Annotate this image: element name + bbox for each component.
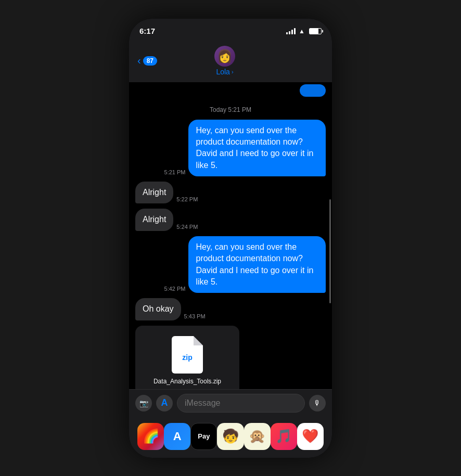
message-time: 5:43 PM (184, 313, 206, 319)
applepay-label: Pay (198, 432, 210, 440)
message-row: 5:42 PM Hey, can you send over the produ… (135, 236, 326, 293)
status-bar: 6:17 ▲ (129, 19, 332, 42)
file-attachment-row: zip Data_Analysis_Tools.zip 6:08 PM (135, 326, 326, 389)
message-time: 6:08 PM (242, 388, 264, 389)
health-emoji: ❤️ (302, 428, 318, 444)
message-row: Alright 5:22 PM (135, 182, 326, 203)
avatar: 👩 (214, 46, 235, 67)
message-row: Alright 5:24 PM (135, 209, 326, 230)
contact-info[interactable]: 👩 Lola › (157, 46, 292, 76)
chat-area[interactable]: Today 5:21 PM 5:21 PM Hey, can you send … (129, 97, 332, 389)
contact-chevron-icon: › (232, 69, 234, 75)
app-dock: 🌈 A Pay 🧒 🙊 🎵 ❤️ (129, 417, 332, 458)
dock-appstore-icon[interactable]: A (164, 423, 190, 450)
file-icon: zip (172, 336, 203, 374)
message-time: 5:21 PM (164, 169, 186, 175)
camera-button[interactable]: 📷 (135, 395, 152, 411)
bubble-sent[interactable]: Hey, can you send over the product docum… (188, 120, 326, 177)
input-bar: 📷 A 🎙 (129, 389, 332, 417)
message-time: 5:42 PM (164, 286, 186, 292)
appstore-button[interactable]: A (156, 395, 173, 411)
message-row: Oh okay 5:43 PM (135, 298, 326, 320)
audio-button[interactable]: 🎙 (309, 395, 326, 411)
back-chevron-icon: ‹ (137, 55, 141, 67)
signal-bars-icon (286, 28, 296, 34)
chat-header: ‹ 87 👩 Lola › (129, 42, 332, 82)
back-button[interactable]: ‹ 87 (137, 55, 157, 67)
memoji-emoji: 🧒 (222, 428, 239, 444)
message-time: 5:22 PM (176, 196, 198, 202)
scrollbar-thumb[interactable] (329, 199, 331, 303)
phone-frame: 6:17 ▲ ‹ 87 👩 Lola › (129, 19, 332, 458)
dock-memoji-icon[interactable]: 🧒 (217, 423, 244, 450)
zip-label: zip (182, 353, 192, 362)
audio-icon: 🎙 (314, 399, 321, 407)
bubble-received[interactable]: Alright (135, 182, 173, 203)
back-count-badge: 87 (143, 56, 157, 66)
bubble-sent[interactable]: Hey, can you send over the product docum… (188, 236, 326, 293)
dock-monkey-icon[interactable]: 🙊 (244, 423, 271, 450)
file-name: Data_Analysis_Tools.zip (153, 378, 221, 385)
appstore-icon: A (161, 397, 168, 408)
status-icons: ▲ (286, 28, 322, 35)
scrollbar-track (329, 97, 331, 354)
message-time: 5:24 PM (176, 224, 198, 230)
file-attachment[interactable]: zip Data_Analysis_Tools.zip (135, 326, 239, 389)
music-emoji: 🎵 (275, 428, 292, 444)
message-input[interactable] (177, 394, 305, 413)
photos-emoji: 🌈 (143, 428, 159, 444)
dock-music-icon[interactable]: 🎵 (271, 423, 297, 450)
dock-photos-icon[interactable]: 🌈 (137, 423, 164, 450)
camera-icon: 📷 (139, 399, 148, 407)
appstore-emoji: A (173, 430, 182, 443)
wifi-icon: ▲ (299, 28, 305, 35)
status-time: 6:17 (139, 27, 155, 35)
bubble-received[interactable]: Alright (135, 209, 173, 230)
bubble-received[interactable]: Oh okay (135, 298, 181, 320)
message-row: 5:21 PM Hey, can you send over the produ… (135, 120, 326, 177)
timestamp-divider: Today 5:21 PM (135, 102, 326, 118)
battery-icon (309, 28, 322, 34)
dock-health-icon[interactable]: ❤️ (297, 423, 324, 450)
contact-name[interactable]: Lola › (216, 68, 233, 76)
dock-applepay-icon[interactable]: Pay (190, 423, 217, 450)
monkey-emoji: 🙊 (249, 428, 265, 444)
